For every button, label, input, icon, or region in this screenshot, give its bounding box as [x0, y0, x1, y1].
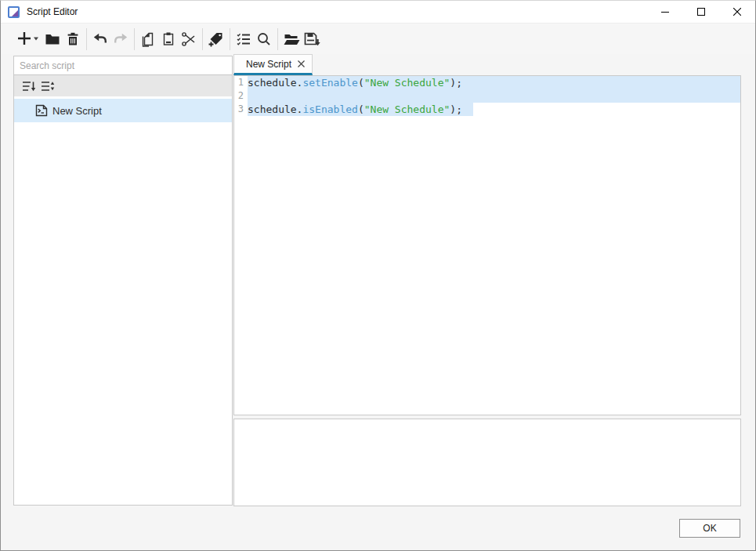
toolbar-separator [277, 28, 278, 50]
add-icon [16, 31, 40, 48]
window-controls [647, 1, 755, 23]
checklist-icon [236, 31, 251, 47]
scissors-icon [181, 31, 197, 47]
undo-icon [92, 31, 108, 47]
bottom-bar: OK [1, 506, 755, 550]
redo-button[interactable] [110, 28, 131, 50]
console-panel [233, 419, 741, 506]
folder-icon [45, 31, 60, 47]
tab-new-script[interactable]: New Script [233, 54, 313, 75]
toolbar [1, 23, 755, 54]
line-number: 3 [234, 103, 244, 116]
delete-button[interactable] [63, 28, 83, 50]
open-folder-icon [284, 31, 300, 47]
checklist-button[interactable] [233, 28, 254, 50]
tab-label: New Script [246, 59, 291, 70]
close-x-icon [298, 60, 305, 67]
toolbar-separator [86, 28, 87, 50]
editor-area: New Script 1schedule.setEnable("New Sche… [233, 54, 741, 506]
toolbar-separator [230, 28, 230, 50]
line-number: 1 [234, 76, 244, 89]
script-file-icon [35, 104, 49, 117]
copy-icon [140, 31, 156, 47]
trash-icon [65, 31, 81, 47]
add-script-button[interactable] [14, 28, 42, 50]
script-list-item-label: New Script [52, 105, 102, 117]
code-line: 2 [234, 89, 740, 103]
ok-button[interactable]: OK [679, 519, 740, 538]
maximize-icon [697, 8, 705, 16]
list-toolbar [14, 75, 232, 96]
code-editor[interactable]: 1schedule.setEnable("New Schedule"); 2 3… [233, 75, 741, 415]
add-tag-button[interactable] [206, 28, 226, 50]
script-list-panel: New Script [13, 56, 233, 506]
toolbar-separator [202, 28, 203, 50]
script-list: New Script [14, 96, 232, 505]
reorder-button[interactable] [38, 78, 57, 95]
tabbar: New Script [233, 54, 741, 75]
save-export-button[interactable] [302, 28, 322, 50]
paste-icon [161, 31, 176, 47]
minimize-icon [661, 12, 669, 13]
undo-button[interactable] [90, 28, 110, 50]
paste-button[interactable] [158, 28, 179, 50]
minimize-button[interactable] [647, 1, 683, 23]
reorder-icon [41, 80, 55, 92]
script-editor-window: Script Editor [0, 0, 756, 551]
search-button[interactable] [254, 28, 274, 50]
save-icon [303, 31, 320, 47]
toolbar-separator [134, 28, 135, 50]
search-icon [256, 31, 272, 47]
new-folder-button[interactable] [42, 28, 63, 50]
line-number: 2 [234, 89, 244, 103]
window-title: Script Editor [27, 6, 78, 17]
search-input[interactable] [14, 56, 232, 75]
close-icon [733, 8, 741, 16]
open-import-button[interactable] [281, 28, 302, 50]
close-button[interactable] [719, 1, 755, 23]
code-line: 3schedule.isEnabled("New Schedule"); [234, 103, 740, 116]
main-content: New Script New Script 1schedule.setEnabl… [1, 54, 755, 506]
tag-plus-icon [208, 31, 224, 47]
code-line: 1schedule.setEnable("New Schedule"); [234, 76, 740, 89]
redo-icon [113, 31, 128, 47]
maximize-button[interactable] [683, 1, 719, 23]
cut-button[interactable] [179, 28, 199, 50]
app-logo-icon [8, 6, 20, 18]
sort-descending-icon [22, 80, 36, 92]
copy-button[interactable] [138, 28, 158, 50]
tab-close-button[interactable] [296, 59, 306, 69]
titlebar: Script Editor [1, 1, 755, 23]
script-list-item[interactable]: New Script [14, 99, 232, 122]
sort-descending-button[interactable] [20, 78, 38, 95]
